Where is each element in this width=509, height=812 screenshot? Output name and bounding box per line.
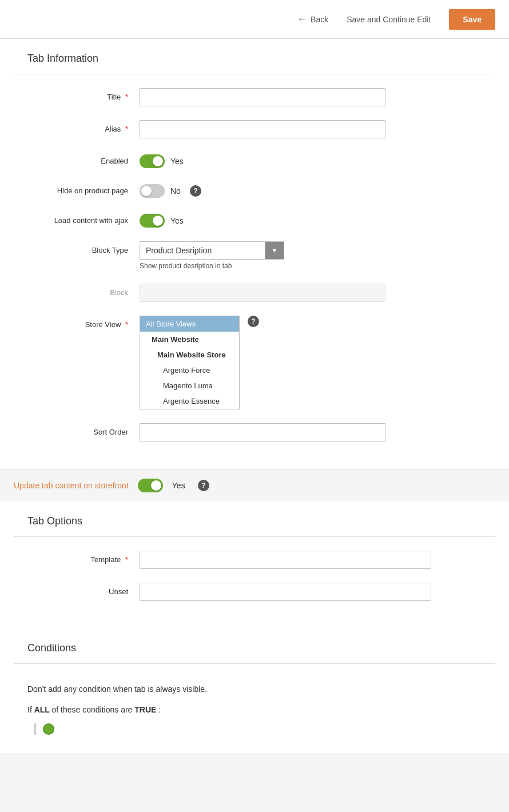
hide-on-product-page-help-icon[interactable]: ? [190,185,201,197]
enabled-control: Yes [140,152,495,168]
load-content-with-ajax-toggle[interactable] [140,214,165,228]
title-input[interactable]: Details [140,88,385,106]
page-header: ← Back Save and Continue Edit Save [0,0,509,39]
title-required: * [125,93,128,101]
alias-label: Alias * [14,120,140,133]
unset-input[interactable] [140,583,431,601]
store-view-row: Store View * All Store Views Main Websit… [14,316,495,409]
block-type-select[interactable]: Product Desription [140,241,265,260]
tab-information-title: Tab Information [14,53,495,74]
alias-required: * [125,125,128,133]
store-view-option-main-website[interactable]: Main Website [140,332,239,347]
update-tab-thumb [151,480,161,491]
tab-options-divider [14,536,495,537]
store-view-control: All Store Views Main Website Main Websit… [140,316,495,409]
block-control: Magento\Catalog\Block\Product\View\Descr… [140,284,495,302]
back-arrow-icon: ← [297,13,307,25]
hide-on-product-page-toggle-label: No [170,186,181,196]
true-label: TRUE [134,705,158,714]
tab-options-title: Tab Options [14,515,495,536]
template-required: * [125,555,128,564]
enabled-toggle[interactable] [140,154,165,168]
hide-on-product-page-thumb [141,186,152,196]
back-link[interactable]: ← Back [297,13,328,25]
template-input[interactable]: Magento_Catalog::product/view/descriptio… [140,551,431,569]
store-view-help-icon[interactable]: ? [248,316,259,327]
alias-control: product.info.description [140,120,495,138]
all-label[interactable]: ALL [34,705,52,714]
enabled-label: Enabled [14,152,140,165]
hide-on-product-page-label: Hide on product page [14,182,140,195]
conditions-if-text: If ALL of these conditions are TRUE : [14,700,495,719]
block-label: Block [14,284,140,297]
store-view-option-argento-force[interactable]: Argento Force [140,363,239,378]
update-tab-help-icon[interactable]: ? [198,480,209,491]
enabled-row: Enabled Yes [14,152,495,168]
sort-order-input[interactable]: 0 [140,423,385,441]
conditions-indicator [14,719,495,739]
template-row: Template * Magento_Catalog::product/view… [14,551,495,569]
load-content-with-ajax-track [140,214,165,228]
main-content: Tab Information Title * Details Alias * … [0,39,509,753]
update-tab-track [138,479,163,492]
store-view-option-argento-essence[interactable]: Argento Essence [140,393,239,409]
save-button[interactable]: Save [449,9,495,30]
store-view-required: * [125,320,128,329]
store-view-list[interactable]: All Store Views Main Website Main Websit… [140,316,240,409]
block-row: Block Magento\Catalog\Block\Product\View… [14,284,495,302]
unset-row: Unset [14,583,495,601]
enabled-toggle-thumb [153,156,163,166]
alias-row: Alias * product.info.description [14,120,495,138]
load-content-with-ajax-label: Load content with ajax [14,212,140,225]
update-tab-label: Update tab content on storefront [14,481,129,490]
save-continue-button[interactable]: Save and Continue Edit [340,10,438,29]
title-label: Title * [14,88,140,101]
hide-on-product-page-row: Hide on product page No ? [14,182,495,198]
load-content-with-ajax-toggle-wrap: Yes [140,212,495,228]
conditions-form: Conditions Don't add any condition when … [0,642,509,753]
enabled-toggle-label: Yes [170,157,184,166]
condition-border [34,723,54,735]
enabled-toggle-track [140,154,165,168]
alias-input[interactable]: product.info.description [140,120,385,138]
block-type-label: Block Type [14,241,140,254]
back-label: Back [311,15,328,24]
load-content-with-ajax-toggle-label: Yes [170,216,184,225]
load-content-with-ajax-control: Yes [140,212,495,228]
update-tab-toggle[interactable] [138,479,163,492]
block-input: Magento\Catalog\Block\Product\View\Descr… [140,284,385,302]
sort-order-row: Sort Order 0 [14,423,495,441]
hide-on-product-page-toggle[interactable] [140,184,165,198]
conditions-description: Don't add any condition when tab is alwa… [14,678,495,700]
store-view-option-main-website-store[interactable]: Main Website Store [140,347,239,363]
unset-control [140,583,495,601]
conditions-of-label: of these conditions are [52,705,133,714]
template-label: Template * [14,551,140,564]
enabled-toggle-wrap: Yes [140,152,495,168]
tab-options-form: Tab Options Template * Magento_Catalog::… [0,515,509,628]
conditions-section: Conditions Don't add any condition when … [0,628,509,753]
block-type-control: Product Desription ▼ Show product desrip… [140,241,495,270]
tab-information-section: Tab Information Title * Details Alias * … [0,53,509,469]
block-type-hint: Show product desription in tab [140,262,495,270]
load-content-with-ajax-thumb [153,216,163,226]
conditions-title: Conditions [14,642,495,663]
section-divider [14,74,495,74]
hide-on-product-page-track [140,184,165,198]
colon: : [158,705,161,714]
store-view-option-all[interactable]: All Store Views [140,316,239,332]
store-view-label: Store View * [14,316,140,329]
template-control: Magento_Catalog::product/view/descriptio… [140,551,495,569]
block-type-select-wrap: Product Desription ▼ [140,241,385,260]
block-type-row: Block Type Product Desription ▼ Show pro… [14,241,495,270]
sort-order-control: 0 [140,423,495,441]
store-view-option-magento-luma[interactable]: Magento Luma [140,378,239,393]
hide-on-product-page-control: No ? [140,182,495,198]
title-control: Details [140,88,495,106]
block-type-dropdown-arrow[interactable]: ▼ [265,241,284,260]
conditions-divider [14,663,495,664]
add-condition-button[interactable] [43,723,54,735]
hide-on-product-page-toggle-wrap: No ? [140,182,495,198]
update-tab-row: Update tab content on storefront Yes ? [0,469,509,501]
tab-options-section: Tab Options Template * Magento_Catalog::… [0,501,509,628]
